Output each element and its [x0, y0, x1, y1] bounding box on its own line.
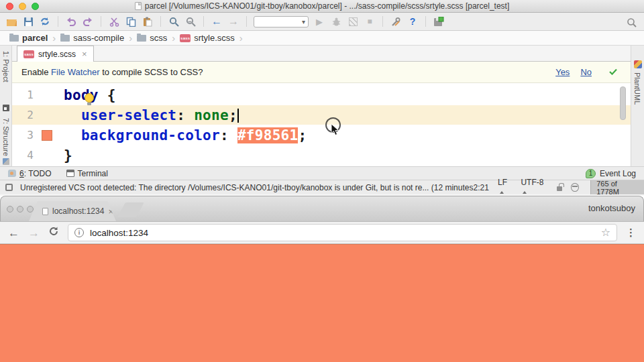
document-icon — [135, 2, 142, 10]
line-number: 4 — [12, 145, 34, 166]
chevron-right-icon: › — [129, 32, 132, 44]
tool-button-event-log[interactable]: 1 Event Log — [586, 169, 636, 178]
profile-name[interactable]: tonkotsuboy — [588, 203, 635, 213]
file-watcher-link[interactable]: File Watcher — [51, 67, 99, 77]
toolwindow-toggle-icon[interactable] — [5, 184, 13, 191]
gutter-color-swatch[interactable] — [42, 130, 52, 141]
open-icon[interactable] — [5, 15, 17, 27]
ide-status-bar: Unregistered VCS root detected: The dire… — [0, 180, 644, 194]
search-everywhere-icon[interactable] — [625, 16, 637, 28]
tab-close-icon[interactable]: × — [82, 49, 87, 59]
screen: parcel [/Volumes/ICS-KANO01/git-tboy/kan… — [0, 0, 644, 362]
settings-wrench-icon[interactable] — [390, 15, 402, 27]
code-line[interactable]: 4 } — [12, 145, 631, 166]
browser-toolbar: ← → i localhost:1234 ☆ ⋮ — [0, 221, 644, 244]
breadcrumb-item-sass-compile[interactable]: sass-compile — [60, 33, 124, 43]
forward-icon[interactable]: → — [28, 227, 40, 239]
find-icon[interactable] — [168, 15, 180, 27]
tool-button-terminal[interactable]: Terminal — [66, 169, 108, 178]
sass-file-icon: sass — [180, 34, 191, 42]
yes-link[interactable]: Yes — [555, 67, 570, 77]
page-content — [0, 244, 644, 362]
plantuml-icon[interactable] — [634, 60, 642, 68]
line-number: 1 — [12, 85, 34, 105]
breadcrumb-item-parcel[interactable]: parcel — [9, 33, 48, 43]
editor-scrollbar[interactable] — [620, 86, 626, 120]
breadcrumb-item-scss[interactable]: scss — [137, 33, 167, 43]
close-window-button[interactable] — [7, 206, 13, 213]
line-number: 3 — [12, 125, 34, 145]
tool-button-structure[interactable]: 7: Structure — [2, 118, 10, 156]
zoom-window-button[interactable] — [32, 3, 39, 10]
breadcrumb: parcel › sass-compile › scss › sass srty… — [0, 31, 644, 46]
code-line[interactable]: 2 user-select: none; — [12, 105, 631, 125]
text-caret — [237, 109, 239, 123]
navigate-forward-icon[interactable]: → — [227, 15, 239, 27]
caret-position[interactable]: 2:21 — [474, 183, 489, 192]
folder-icon — [137, 35, 146, 42]
run-configuration-select[interactable]: ▾ — [254, 16, 309, 27]
browser-window: localhost:1234 × tonkotsuboy ← → i local… — [0, 196, 644, 362]
undo-icon[interactable] — [65, 15, 77, 27]
window-title: parcel [/Volumes/ICS-KANO01/git-tboy/kan… — [145, 1, 510, 11]
chevron-right-icon: › — [239, 32, 243, 44]
browser-tab-localhost[interactable]: localhost:1234 × — [29, 201, 116, 221]
zoom-window-button[interactable] — [27, 206, 34, 213]
editor-tab-bar: sass srtyle.scss × — [12, 46, 631, 62]
browser-menu-icon[interactable]: ⋮ — [626, 227, 636, 239]
terminal-icon — [66, 170, 74, 177]
vcs-status-message[interactable]: Unregistered VCS root detected: The dire… — [20, 183, 474, 192]
copy-icon[interactable] — [125, 15, 137, 27]
navigate-back-icon[interactable]: ← — [211, 15, 223, 27]
save-all-plugin-icon[interactable] — [433, 15, 445, 27]
debug-icon[interactable] — [330, 15, 342, 27]
tab-srtyle-scss[interactable]: sass srtyle.scss × — [17, 46, 94, 62]
back-icon[interactable]: ← — [8, 227, 19, 239]
hector-inspector-icon[interactable] — [571, 183, 579, 192]
address-bar[interactable]: i localhost:1234 ☆ — [68, 224, 617, 241]
breadcrumb-item-srtyle-scss[interactable]: sass srtyle.scss — [180, 33, 235, 43]
lock-icon[interactable] — [557, 186, 562, 191]
no-link[interactable]: No — [580, 67, 592, 77]
replace-icon[interactable] — [184, 15, 197, 27]
project-icon[interactable] — [3, 105, 9, 111]
sync-icon[interactable] — [39, 15, 51, 27]
run-icon[interactable]: ▶ — [313, 15, 325, 27]
mouse-cursor — [331, 123, 339, 139]
code-line[interactable]: 1 body { — [12, 85, 631, 105]
bookmark-star-icon[interactable]: ☆ — [601, 227, 610, 238]
reload-icon[interactable] — [48, 226, 59, 239]
code-editor[interactable]: 1 body { 2 user-select: none; 3 backgrou… — [12, 83, 631, 166]
todo-icon — [8, 170, 16, 177]
info-icon[interactable]: i — [74, 228, 84, 237]
url-text: localhost:1234 — [90, 228, 148, 238]
new-tab-button[interactable] — [117, 202, 144, 217]
chevron-right-icon: › — [52, 32, 56, 44]
tool-button-plantuml[interactable]: PlantUML — [633, 72, 641, 105]
browser-tab-title: localhost:1234 — [52, 206, 104, 216]
help-icon[interactable]: ? — [407, 15, 419, 27]
intention-bulb-icon[interactable] — [85, 93, 94, 103]
stop-icon[interactable]: ■ — [364, 15, 376, 27]
folder-icon — [9, 35, 19, 42]
chevron-right-icon: › — [172, 32, 175, 44]
memory-indicator[interactable]: 765 of 1778M — [590, 180, 644, 195]
line-number: 2 — [12, 105, 34, 125]
tool-button-todo[interactable]: 6: TODO — [8, 169, 52, 178]
ide-toolbar: ← → ▾ ▶ ■ ? — [0, 13, 644, 31]
redo-icon[interactable] — [82, 15, 94, 27]
structure-icon[interactable] — [3, 158, 9, 165]
minimize-window-button[interactable] — [17, 206, 23, 213]
save-icon[interactable] — [22, 15, 34, 27]
cut-icon[interactable] — [108, 15, 120, 27]
close-window-button[interactable] — [6, 3, 13, 10]
window-controls — [6, 3, 39, 10]
tab-close-icon[interactable]: × — [108, 206, 113, 217]
page-icon — [42, 208, 48, 215]
paste-icon[interactable] — [142, 15, 154, 27]
code-line[interactable]: 3 background-color: #f98561; — [12, 125, 631, 145]
banner-text: Enable File Watcher to compile SCSS to C… — [21, 67, 203, 77]
coverage-icon[interactable] — [347, 15, 359, 27]
tool-button-project[interactable]: 1: Project — [2, 51, 10, 82]
minimize-window-button[interactable] — [19, 3, 26, 10]
